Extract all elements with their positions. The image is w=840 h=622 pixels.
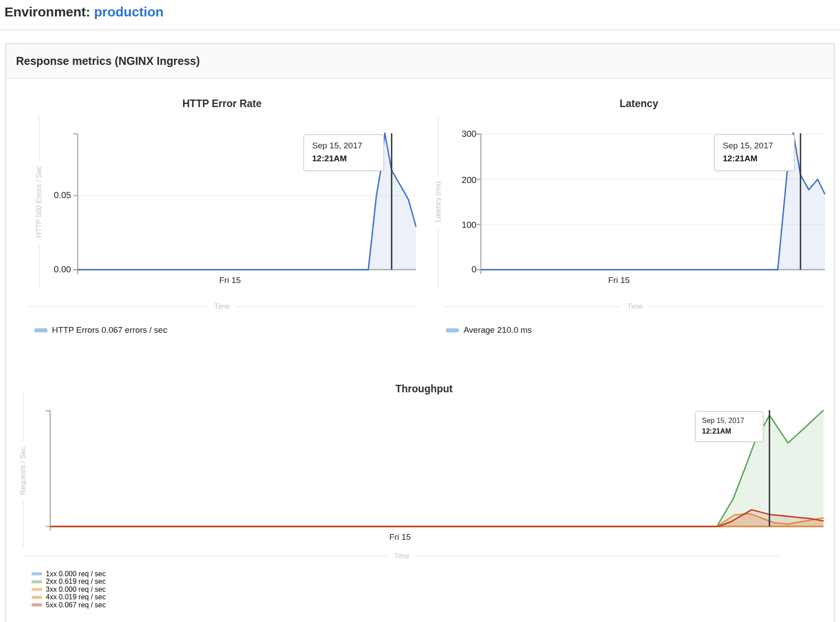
latency-title: Latency bbox=[444, 98, 834, 110]
metrics-page: Environment: production Response metrics… bbox=[0, 0, 840, 622]
x-axis-label-text: Time bbox=[394, 552, 410, 560]
y-axis-label-text: HTTP 500 Errors / Sec bbox=[35, 166, 43, 238]
legend-swatch bbox=[32, 580, 42, 583]
axis-label-line bbox=[649, 306, 826, 307]
axis-label-line bbox=[444, 306, 621, 307]
latency-y-axis-label: Latency (ms) bbox=[433, 115, 443, 289]
http-error-rate-tooltip: Sep 15, 2017 12:21AM bbox=[303, 134, 384, 171]
tooltip-date: Sep 15, 2017 bbox=[723, 140, 786, 152]
legend-swatch bbox=[32, 588, 42, 591]
legend-item: 5xx 0.067 req / sec bbox=[32, 601, 106, 609]
y-tick-label: 100 bbox=[432, 220, 476, 230]
throughput-tooltip: Sep 15, 2017 12:21AM bbox=[695, 411, 764, 442]
legend-swatch bbox=[32, 572, 42, 575]
environment-label: Environment: bbox=[4, 4, 90, 19]
legend-label: Average 210.0 ms bbox=[464, 325, 532, 335]
x-axis-label-text: Time bbox=[627, 303, 643, 311]
http-error-rate-title: HTTP Error Rate bbox=[18, 98, 426, 110]
legend-label: 4xx 0.019 req / sec bbox=[46, 593, 106, 601]
x-axis-label-text: Time bbox=[214, 303, 230, 311]
legend-swatch bbox=[32, 596, 42, 599]
tooltip-time: 12:21AM bbox=[702, 426, 757, 437]
environment-link[interactable]: production bbox=[94, 4, 164, 19]
tooltip-date: Sep 15, 2017 bbox=[702, 415, 757, 426]
tooltip-time: 12:21AM bbox=[723, 152, 786, 165]
throughput-title: Throughput bbox=[24, 383, 824, 395]
series-area-4xx bbox=[50, 514, 824, 526]
y-tick-label: 0.05 bbox=[27, 190, 71, 200]
x-tick-label: Fri 15 bbox=[203, 275, 257, 285]
panel-heading: Response metrics (NGINX Ingress) bbox=[6, 44, 834, 79]
axis-label-line bbox=[39, 115, 40, 159]
legend-label: HTTP Errors 0.067 errors / sec bbox=[52, 325, 167, 335]
http-error-rate-x-axis-label: Time bbox=[27, 302, 417, 311]
legend-swatch bbox=[32, 603, 42, 606]
y-axis-label-text: Requests / Sec bbox=[19, 447, 27, 495]
legend-swatch bbox=[34, 328, 48, 332]
tooltip-date: Sep 15, 2017 bbox=[312, 140, 375, 152]
series-line-5xx bbox=[50, 510, 824, 526]
series-line-4xx bbox=[50, 514, 824, 526]
page-title: Environment: production bbox=[4, 4, 163, 20]
throughput-y-axis-label: Requests / Sec bbox=[18, 393, 28, 549]
series-area-5xx bbox=[50, 510, 824, 526]
latency-x-axis-label: Time bbox=[444, 302, 826, 311]
y-tick-label: 0.00 bbox=[27, 264, 71, 275]
legend-item: 4xx 0.019 req / sec bbox=[32, 594, 106, 602]
y-axis-label-text: Latency (ms) bbox=[434, 181, 442, 222]
http-error-rate-y-axis-label: HTTP 500 Errors / Sec bbox=[34, 115, 44, 289]
y-tick-label: 0 bbox=[432, 264, 476, 275]
y-tick-label: 200 bbox=[432, 175, 476, 185]
http-error-rate-legend: HTTP Errors 0.067 errors / sec bbox=[34, 325, 167, 335]
legend-item: 2xx 0.619 req / sec bbox=[32, 578, 106, 586]
throughput-legend: 1xx 0.000 req / sec 2xx 0.619 req / sec … bbox=[32, 570, 106, 609]
legend-item: 3xx 0.000 req / sec bbox=[32, 586, 106, 594]
legend-label: 3xx 0.000 req / sec bbox=[46, 586, 106, 594]
latency-legend: Average 210.0 ms bbox=[446, 325, 532, 335]
axis-label-line bbox=[236, 306, 417, 307]
legend-label: 5xx 0.067 req / sec bbox=[46, 601, 106, 609]
x-tick-label: Fri 15 bbox=[373, 532, 427, 542]
tooltip-time: 12:21AM bbox=[312, 152, 375, 165]
axis-label-line bbox=[23, 501, 24, 549]
throughput-x-axis-label: Time bbox=[24, 551, 779, 561]
y-tick-label: 300 bbox=[432, 129, 476, 139]
header-divider bbox=[0, 29, 840, 30]
legend-item: 1xx 0.000 req / sec bbox=[32, 570, 106, 578]
x-tick-label: Fri 15 bbox=[592, 275, 646, 285]
axis-label-line bbox=[23, 393, 24, 441]
latency-tooltip: Sep 15, 2017 12:21AM bbox=[714, 134, 795, 171]
axis-label-line bbox=[416, 556, 779, 557]
axis-label-line bbox=[27, 306, 208, 307]
axis-label-line bbox=[24, 556, 388, 557]
axis-label-line bbox=[438, 228, 439, 289]
panel-title: Response metrics (NGINX Ingress) bbox=[16, 44, 200, 78]
legend-label: 2xx 0.619 req / sec bbox=[46, 578, 106, 586]
legend-swatch bbox=[446, 328, 459, 332]
axis-label-line bbox=[438, 115, 439, 175]
legend-label: 1xx 0.000 req / sec bbox=[46, 570, 106, 578]
